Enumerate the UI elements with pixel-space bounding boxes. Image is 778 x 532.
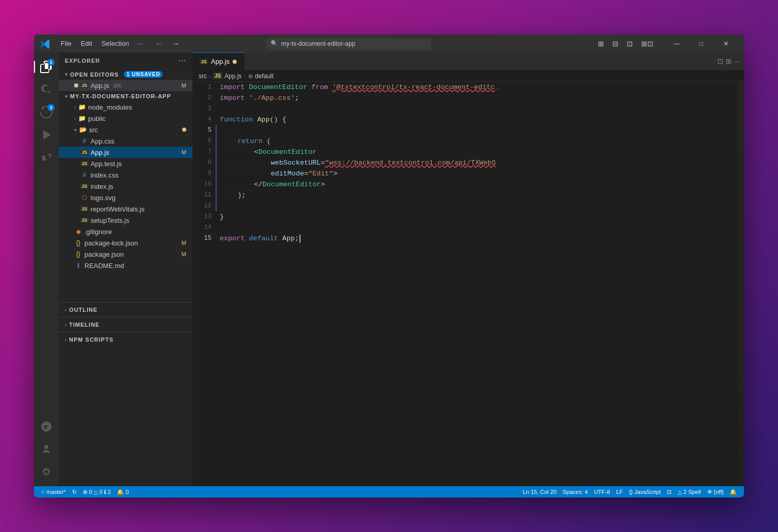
file-app-css[interactable]: # App.css [59, 135, 192, 147]
code-line-6: ···· return ( [216, 136, 738, 147]
customize-layout[interactable]: ⊞⊡ [638, 39, 657, 49]
breadcrumb-appjs[interactable]: App.js [224, 73, 241, 80]
project-section[interactable]: ▾ MY-TX-DOCUMENT-EDITOR-APP [59, 91, 192, 101]
info-icon: ℹ [104, 489, 106, 495]
vscode-window: File Edit Selection ··· ← → 🔍 my-tx-docu… [34, 34, 744, 498]
timeline-header[interactable]: › TIMELINE [59, 320, 192, 330]
file-gitignore[interactable]: ◆ .gitignore [59, 226, 192, 237]
breadcrumb-js-icon: JS [213, 73, 222, 79]
file-index-js[interactable]: JS index.js [59, 181, 192, 192]
activity-settings[interactable] [36, 462, 57, 482]
file-app-js[interactable]: JS App.js M [59, 147, 192, 158]
split-editor-button[interactable]: ⊡ [717, 57, 723, 65]
menu-more[interactable]: ··· [134, 38, 146, 49]
maximize-button[interactable]: □ [689, 34, 713, 52]
menu-bar: File Edit Selection ··· [57, 38, 146, 49]
folder-node-modules[interactable]: › 📁 node_modules [59, 101, 192, 113]
open-editors-section[interactable]: ▾ OPEN EDITORS 1 unsaved [59, 69, 192, 80]
folder-open-icon: 📂 [79, 126, 87, 133]
modified-m: M [182, 251, 186, 257]
sidebar-content: ▾ OPEN EDITORS 1 unsaved JS App.js src M… [59, 69, 192, 486]
code-line-7: ········ < DocumentEditor [216, 147, 738, 157]
status-language[interactable]: {} JavaScript [626, 486, 664, 498]
status-spell-check[interactable]: △ 2 Spell [675, 486, 704, 498]
vscode-logo [40, 39, 50, 49]
file-setuptests[interactable]: JS setupTests.js [59, 215, 192, 226]
status-remote-explorer[interactable]: ⊡ [664, 486, 675, 498]
command-palette[interactable]: 🔍 my-tx-document-editor-app [267, 38, 431, 49]
status-branch[interactable]: ⑂ master* [38, 486, 69, 498]
nav-back[interactable]: ← [152, 38, 167, 49]
code-line-10: ········ </ DocumentEditor > [216, 179, 738, 190]
toggle-panel[interactable]: ⊟ [609, 39, 622, 49]
menu-file[interactable]: File [57, 38, 76, 49]
close-button[interactable]: ✕ [714, 34, 738, 52]
breadcrumb-src[interactable]: src [199, 73, 207, 80]
file-package-lock[interactable]: {} package-lock.json M [59, 237, 192, 249]
spell-icon: △ [678, 489, 682, 495]
activity-remote[interactable] [36, 416, 57, 437]
status-sync[interactable]: ↻ [69, 486, 80, 498]
activity-source-control[interactable]: 3 [36, 102, 57, 122]
status-encoding[interactable]: UTF-8 [591, 486, 613, 498]
bell-right-icon: 🔔 [730, 489, 737, 495]
file-app-test-js[interactable]: JS App.test.js [59, 158, 192, 169]
status-bell-right[interactable]: 🔔 [727, 486, 740, 498]
warning-icon: △ [94, 489, 98, 495]
chevron-down-icon: ▾ [74, 127, 77, 133]
modified-m: M [182, 149, 186, 155]
minimize-button[interactable]: — [665, 34, 688, 52]
folder-src[interactable]: ▾ 📂 src [59, 124, 192, 135]
outline-header[interactable]: › OUTLINE [59, 305, 192, 315]
js-file-icon: JS [80, 161, 89, 166]
chevron-right-icon: › [65, 337, 67, 343]
svg-file-icon: ⬡ [80, 194, 89, 201]
activity-search[interactable] [36, 79, 57, 100]
folder-public[interactable]: › 📁 public [59, 113, 192, 124]
more-actions-button[interactable]: ··· [734, 57, 740, 65]
sidebar-more-actions[interactable]: ··· [179, 57, 186, 65]
file-index-css[interactable]: # index.css [59, 169, 192, 181]
nav-forward[interactable]: → [169, 38, 183, 49]
file-package-json[interactable]: {} package.json M [59, 249, 192, 260]
folder-icon: 📁 [78, 103, 86, 111]
menu-selection[interactable]: Selection [97, 38, 133, 49]
chevron-right-icon: › [74, 104, 76, 110]
toggle-panel-button[interactable]: ⊞ [726, 57, 732, 65]
tab-appjs[interactable]: JS App.js [192, 52, 244, 70]
status-eye[interactable]: 👁 [off] [704, 486, 727, 498]
activity-extensions[interactable] [36, 147, 57, 168]
status-errors[interactable]: ⊗ 0 △ 0 ℹ 2 [80, 486, 114, 498]
code-lines[interactable]: import DocumentEditor from '@txtextcontr… [216, 82, 738, 486]
json-file-icon: {} [74, 251, 82, 258]
js-file-icon: JS [80, 206, 89, 211]
status-line-ending[interactable]: LF [613, 486, 626, 498]
file-reportwebvitals[interactable]: JS reportWebVitals.js [59, 203, 192, 215]
activity-run[interactable] [36, 125, 57, 145]
sidebar-title: EXPLORER ··· [59, 52, 192, 69]
code-line-13: } [216, 211, 738, 222]
status-cursor-position[interactable]: Ln 15, Col 20 [520, 486, 559, 498]
code-line-4: function App () { [216, 114, 738, 125]
toggle-primary-sidebar[interactable]: ⊞ [595, 39, 607, 49]
tab-js-icon: JS [200, 59, 208, 64]
toggle-secondary-sidebar[interactable]: ⊡ [624, 39, 636, 49]
breadcrumb-default[interactable]: default [255, 73, 274, 80]
file-readme[interactable]: ℹ README.md [59, 260, 192, 271]
source-control-badge: 3 [47, 104, 55, 111]
unsaved-count: 1 unsaved [124, 71, 163, 78]
activity-explorer[interactable]: 1 [36, 57, 57, 77]
file-logo-svg[interactable]: ⬡ logo.svg [59, 192, 192, 203]
status-notifications[interactable]: 🔔 0 [114, 486, 132, 498]
code-editor[interactable]: 1 2 3 4 5 6 7 8 9 10 11 12 13 14 15 [192, 82, 744, 486]
status-spaces[interactable]: Spaces: 4 [560, 486, 591, 498]
npm-scripts-header[interactable]: › NPM SCRIPTS [59, 334, 192, 345]
activity-account[interactable] [36, 439, 57, 459]
open-file-appjs[interactable]: JS App.js src M [59, 80, 192, 91]
menu-edit[interactable]: Edit [77, 38, 96, 49]
js-file-icon: JS [80, 150, 89, 155]
sidebar: EXPLORER ··· ▾ OPEN EDITORS 1 unsaved JS… [59, 52, 192, 486]
chevron-down-icon: ▾ [65, 94, 68, 99]
js-file-icon: JS [80, 184, 89, 189]
json-file-icon: {} [74, 239, 82, 246]
